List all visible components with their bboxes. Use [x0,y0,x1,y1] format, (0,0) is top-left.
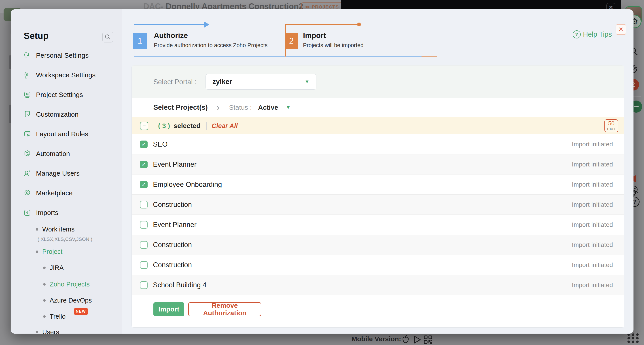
sidebar-item-imports[interactable]: Imports [11,203,122,223]
sidebar-subitem-project[interactable]: Project [36,248,62,255]
project-row[interactable]: ✓ Event Planner Import initiated [132,154,624,175]
portal-dropdown-value: zylker [212,78,232,86]
project-checkbox-checked[interactable]: ✓ [140,141,148,148]
project-checkbox-unchecked[interactable] [140,201,148,209]
sidebar-item-label: Customization [36,111,78,118]
project-name: Construction [153,241,192,249]
bullet-icon [43,283,46,286]
screen: DAC- Donnelly Apartments Construction2 ≫… [0,0,644,345]
step1-connector [134,56,422,56]
step1-connector [134,24,205,25]
marketplace-icon [24,189,31,197]
project-name: Event Planner [153,160,196,168]
sidebar-item-project-settings[interactable]: Project Settings [11,85,122,105]
sidebar-item-manage-users[interactable]: Manage Users [11,164,122,183]
clear-all-link[interactable]: Clear All [212,122,238,130]
subitem-label: Zoho Projects [50,281,90,288]
max-label: max [605,126,618,131]
bullet-icon [43,315,46,318]
step2-description: Projects will be imported [303,42,364,48]
sidebar-item-layout-and-rules[interactable]: Layout and Rules [11,124,122,144]
sidebar-item-marketplace[interactable]: Marketplace [11,183,122,203]
project-checkbox-checked[interactable]: ✓ [140,161,148,168]
project-name: Construction [153,201,192,209]
import-button[interactable]: Import [154,302,184,316]
step1-description: Provide authorization to access Zoho Pro… [154,42,268,48]
bullet-icon [36,228,38,231]
project-row[interactable]: Event Planner Import initiated [132,215,624,235]
sidebar-subitem-jira[interactable]: JIRA [43,264,64,272]
status-dropdown[interactable]: Active [258,104,278,111]
project-checkbox-unchecked[interactable] [140,281,148,289]
project-status: Import initiated [572,261,613,269]
project-name: SEO [153,140,168,148]
project-row[interactable]: ✓ Employee Onboarding Import initiated [132,175,624,195]
sidebar-item-label: Project Settings [36,91,83,98]
sidebar-item-customization[interactable]: Customization [11,105,122,124]
sidebar-subitem-work-items[interactable]: Work items [36,226,74,233]
bullet-icon [36,331,38,333]
select-all-checkbox[interactable]: − [140,122,148,130]
divider [206,122,206,130]
bullet-icon [43,267,46,269]
step1-arrow-icon [204,22,209,27]
bullet-icon [36,251,38,253]
project-row[interactable]: Construction Import initiated [132,235,624,255]
step2-connector [422,56,437,56]
subitem-label: Azure DevOps [50,297,92,304]
personal-settings-icon [24,52,31,59]
customization-icon [24,111,31,118]
sidebar-search-button[interactable] [102,32,113,42]
mobile-version-label: Mobile Version: [352,335,401,343]
google-play-icon [412,335,422,345]
max-limit-badge: 50 max [604,119,618,132]
trello-new-badge: NEW [74,308,88,315]
sidebar-item-workspace-settings[interactable]: Workspace Settings [11,65,122,85]
step1-connector [134,24,134,34]
sidebar-item-label: Imports [36,209,58,217]
setup-title: Setup [24,31,48,41]
step1-title: Authorize [154,31,188,40]
step2-connector [285,49,286,56]
sidebar-item-automation[interactable]: Automation [11,144,122,164]
subitem-label: Users [42,329,59,334]
chevron-down-icon: ▼ [286,105,291,110]
double-check-icon: ≫ [305,4,310,9]
portal-dropdown[interactable]: zylker ▼ [206,74,316,90]
layout-and-rules-icon [24,130,31,138]
project-row[interactable]: ✓ SEO Import initiated [132,134,624,154]
step2-connector [285,24,286,34]
close-icon: ✕ [618,26,624,33]
selected-label: selected [174,122,200,130]
subitem-label: Project [42,248,62,255]
background-panel-border [10,33,10,334]
project-status: Import initiated [572,141,613,148]
sidebar-item-label: Workspace Settings [36,71,96,79]
automation-icon [24,150,31,158]
step1-connector [134,49,134,56]
modal-close-button[interactable]: ✕ [616,24,626,35]
project-row[interactable]: Construction Import initiated [132,195,624,215]
remove-authorization-button[interactable]: Remove Authorization [188,302,261,316]
step2-end-dot [357,22,361,26]
sidebar-item-label: Manage Users [36,170,80,177]
help-tips-link[interactable]: ? Help Tips [573,30,612,38]
work-items-formats: ( XLSX,XLS,CSV,JSON ) [38,236,92,242]
project-name: Event Planner [153,221,196,229]
project-filter-row: Select Project(s) › Status : Active ▼ [132,98,624,117]
apple-icon [400,335,410,345]
project-row[interactable]: Construction Import initiated [132,255,624,275]
project-checkbox-unchecked[interactable] [140,261,148,269]
sidebar-subitem-trello[interactable]: Trello [43,313,66,320]
project-checkbox-unchecked[interactable] [140,241,148,249]
project-name: Construction [153,261,192,269]
setup-sidebar: Setup Personal Settings Workspace Settin… [11,9,122,334]
sidebar-subitem-users[interactable]: Users [36,329,59,334]
projects-badge-label: PROJECTS [312,4,339,9]
project-checkbox-checked[interactable]: ✓ [140,181,148,188]
sidebar-item-personal-settings[interactable]: Personal Settings [11,45,122,65]
project-checkbox-unchecked[interactable] [140,221,148,229]
sidebar-subitem-zoho-projects[interactable]: Zoho Projects [43,281,90,288]
sidebar-subitem-azure-devops[interactable]: Azure DevOps [43,297,92,304]
project-row[interactable]: School Building 4 Import initiated [132,275,624,295]
